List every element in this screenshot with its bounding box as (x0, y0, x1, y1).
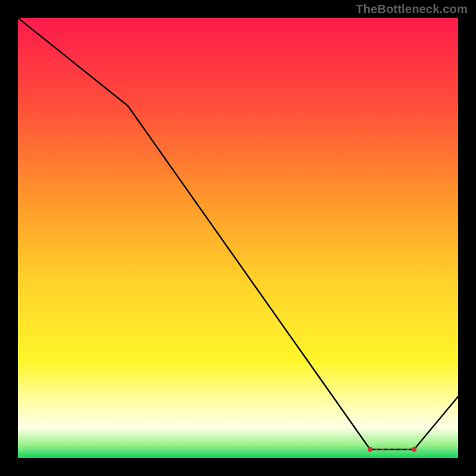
optimal-marker (375, 449, 377, 450)
watermark-text: TheBottleneck.com (356, 2, 468, 16)
optimal-marker (412, 447, 416, 452)
optimal-marker (388, 449, 390, 450)
chart-stage: TheBottleneck.com (0, 0, 476, 476)
optimal-marker (400, 449, 402, 450)
chart-plot-area (18, 18, 458, 458)
chart-background (18, 18, 458, 458)
optimal-marker (394, 449, 396, 450)
chart-svg (18, 18, 458, 458)
optimal-marker (407, 449, 409, 450)
optimal-marker (368, 447, 372, 452)
optimal-marker (382, 449, 384, 450)
